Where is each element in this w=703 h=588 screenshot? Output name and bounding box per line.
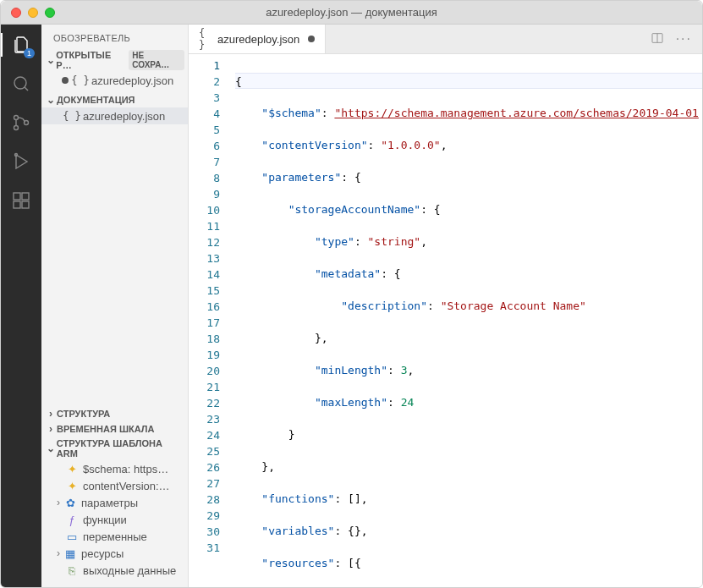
arm-label: СТРУКТУРА ШАБЛОНА ARM <box>57 438 184 459</box>
sidebar: ОБОЗРЕВАТЕЛЬ ⌄ ОТКРЫТЫЕ Р… НЕ СОХРА… { }… <box>41 25 189 587</box>
section-timeline[interactable]: › ВРЕМЕННАЯ ШКАЛА <box>41 421 188 437</box>
section-outline[interactable]: › СТРУКТУРА <box>41 406 188 421</box>
json-file-icon: { } <box>199 32 212 46</box>
dirty-dot-icon <box>308 36 315 42</box>
line-number: 28 <box>189 492 220 508</box>
arm-item-label: ресурсы <box>81 547 124 560</box>
arm-item-label: contentVersion:… <box>83 480 170 492</box>
line-number: 9 <box>189 186 220 202</box>
line-number: 20 <box>189 363 220 379</box>
line-number: 5 <box>189 122 220 138</box>
function-icon: ƒ <box>65 513 79 526</box>
line-number: 7 <box>189 154 220 170</box>
tab-filename: azuredeploy.json <box>217 33 299 46</box>
workspace-file-item[interactable]: { } azuredeploy.json <box>41 107 188 124</box>
sidebar-title: ОБОЗРЕВАТЕЛЬ <box>41 25 188 48</box>
search-icon <box>11 74 31 94</box>
open-editor-item[interactable]: { } azuredeploy.json <box>41 72 188 89</box>
line-number: 14 <box>189 267 220 283</box>
more-actions-button[interactable]: ··· <box>676 31 692 47</box>
svg-point-1 <box>14 116 19 120</box>
arm-item-variables[interactable]: ▭ переменные <box>41 528 188 545</box>
arm-item-label: переменные <box>83 530 147 543</box>
section-workspace[interactable]: ⌄ ДОКУМЕНТАЦИЯ <box>41 92 188 107</box>
window-maximize-button[interactable] <box>45 8 55 18</box>
key-icon: ✦ <box>65 479 79 492</box>
activity-search[interactable] <box>9 72 33 96</box>
section-open-editors[interactable]: ⌄ ОТКРЫТЫЕ Р… НЕ СОХРА… <box>41 48 188 72</box>
json-file-icon: { } <box>74 74 87 87</box>
section-arm-template[interactable]: ⌄ СТРУКТУРА ШАБЛОНА ARM <box>41 437 188 460</box>
line-number: 1 <box>189 58 220 74</box>
json-file-icon: { } <box>65 109 79 123</box>
arm-item-label: $schema: https… <box>83 463 168 475</box>
line-number: 4 <box>189 106 220 122</box>
line-number: 23 <box>189 411 220 427</box>
window-title: azuredeploy.json — документация <box>1 6 702 19</box>
line-number: 13 <box>189 250 220 267</box>
workspace-label: ДОКУМЕНТАЦИЯ <box>57 95 135 105</box>
open-editors-label: ОТКРЫТЫЕ Р… <box>56 50 125 70</box>
arm-item-label: выходные данные <box>83 564 176 577</box>
activity-extensions[interactable] <box>9 189 33 212</box>
line-gutter: 1234567891011121314151617181920212223242… <box>189 54 235 587</box>
svg-rect-7 <box>14 201 20 208</box>
split-icon <box>651 31 664 45</box>
tab-azuredeploy[interactable]: { } azuredeploy.json <box>189 25 326 53</box>
line-number: 8 <box>189 170 220 186</box>
line-number: 19 <box>189 347 220 363</box>
key-icon: ✦ <box>65 462 79 475</box>
line-number: 12 <box>189 234 220 250</box>
arm-item-outputs[interactable]: ⎘ выходные данные <box>41 562 188 579</box>
line-number: 11 <box>189 218 220 234</box>
chevron-right-icon: › <box>45 408 57 420</box>
arm-item-parameters[interactable]: › ✿ параметры <box>41 494 188 511</box>
activity-scm[interactable] <box>9 111 33 135</box>
variable-icon: ▭ <box>65 530 79 543</box>
activity-debug[interactable] <box>9 150 33 173</box>
svg-point-2 <box>14 126 19 130</box>
resource-icon: ▦ <box>63 547 77 560</box>
line-number: 31 <box>189 540 220 556</box>
line-number: 27 <box>189 475 220 492</box>
extensions-icon <box>11 190 31 211</box>
chevron-right-icon: › <box>53 497 63 508</box>
open-editors-badge: НЕ СОХРА… <box>129 50 184 70</box>
line-number: 6 <box>189 138 220 154</box>
titlebar: azuredeploy.json — документация <box>1 1 702 25</box>
window-minimize-button[interactable] <box>28 8 38 18</box>
outline-label: СТРУКТУРА <box>57 409 110 419</box>
arm-item-functions[interactable]: ƒ функции <box>41 511 188 528</box>
arm-item-resources[interactable]: › ▦ ресурсы <box>41 545 188 562</box>
svg-rect-8 <box>22 201 29 208</box>
code-area[interactable]: 1234567891011121314151617181920212223242… <box>189 54 702 587</box>
line-number: 21 <box>189 379 220 395</box>
output-icon: ⎘ <box>65 563 79 577</box>
window-close-button[interactable] <box>11 8 21 18</box>
line-number: 16 <box>189 299 220 315</box>
arm-item-contentversion[interactable]: ✦ contentVersion:… <box>41 477 188 494</box>
explorer-badge: 1 <box>24 48 35 58</box>
line-number: 18 <box>189 331 220 347</box>
activity-bar: 1 <box>1 25 41 587</box>
line-number: 3 <box>189 90 220 106</box>
workspace-filename: azuredeploy.json <box>83 110 165 123</box>
dirty-dot-icon <box>62 77 69 84</box>
code-content[interactable]: { "$schema": "https://schema.management.… <box>235 54 702 587</box>
chevron-down-icon: ⌄ <box>45 94 57 106</box>
chevron-down-icon: ⌄ <box>45 54 56 66</box>
activity-explorer[interactable]: 1 <box>9 33 33 57</box>
arm-item-label: параметры <box>81 497 138 509</box>
svg-rect-6 <box>22 193 29 200</box>
chevron-right-icon: › <box>53 547 63 559</box>
source-control-icon <box>11 113 31 133</box>
svg-rect-5 <box>14 193 20 200</box>
line-number: 2 <box>189 74 220 90</box>
chevron-down-icon: ⌄ <box>45 442 57 454</box>
split-editor-button[interactable] <box>651 31 664 47</box>
timeline-label: ВРЕМЕННАЯ ШКАЛА <box>57 424 154 434</box>
arm-item-schema[interactable]: ✦ $schema: https… <box>41 460 188 477</box>
line-number: 15 <box>189 283 220 299</box>
chevron-right-icon: › <box>45 423 57 435</box>
editor-tabs: { } azuredeploy.json ··· <box>189 25 702 54</box>
